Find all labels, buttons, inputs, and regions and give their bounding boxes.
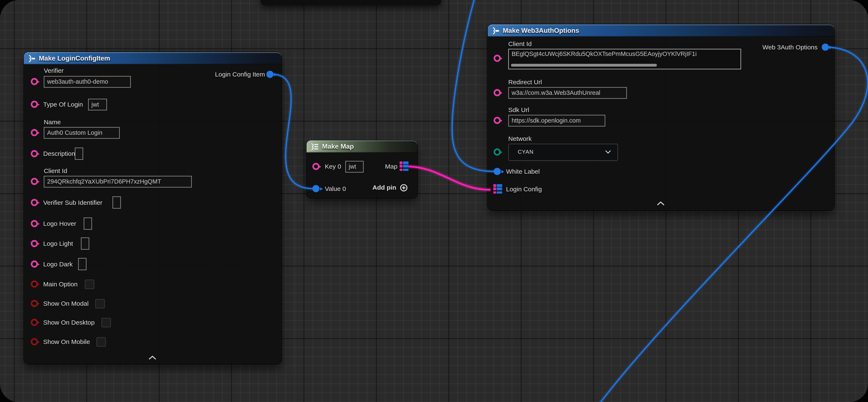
chevron-up-icon bbox=[149, 355, 156, 360]
pin-label: Name bbox=[44, 118, 61, 126]
node-header[interactable]: Make LoginConfigItem bbox=[24, 52, 281, 64]
client-id-text: BEglQSgt4cUWcj6SKRdu5QkOXTsePmMcusG5EAoy… bbox=[512, 51, 739, 57]
pin-label: Network bbox=[508, 135, 532, 143]
client-id-pin[interactable] bbox=[31, 178, 38, 185]
show-on-modal-pin[interactable] bbox=[31, 300, 38, 307]
show-on-desktop-pin[interactable] bbox=[31, 319, 38, 326]
output-pin-label: Web 3Auth Options bbox=[762, 43, 817, 52]
main-option-checkbox[interactable] bbox=[85, 280, 94, 289]
make-struct-icon bbox=[492, 27, 499, 34]
pin-label: Client Id bbox=[508, 40, 532, 48]
description-field[interactable] bbox=[75, 148, 83, 160]
description-pin[interactable] bbox=[31, 150, 38, 157]
key-0-field[interactable]: jwt bbox=[345, 161, 364, 172]
pin-label: Type Of Login bbox=[43, 100, 83, 109]
logo-hover-field[interactable] bbox=[84, 218, 92, 230]
pin-label: Show On Modal bbox=[43, 299, 89, 308]
web3auth-options-output-pin[interactable] bbox=[822, 44, 829, 51]
login-config-pin[interactable] bbox=[493, 184, 502, 194]
network-value: CYAN bbox=[518, 149, 534, 155]
show-on-desktop-checkbox[interactable] bbox=[101, 318, 111, 327]
collapse-node-button[interactable] bbox=[149, 352, 156, 362]
node-make-web3authoptions[interactable]: Make Web3AuthOptions Web 3Auth Options C… bbox=[488, 24, 834, 210]
pin-label: Show On Mobile bbox=[43, 338, 90, 346]
node-title: Make Map bbox=[322, 143, 354, 150]
client-id-pin[interactable] bbox=[494, 55, 501, 62]
name-field[interactable]: Auth0 Custom Login bbox=[44, 127, 120, 139]
logo-dark-field[interactable] bbox=[78, 258, 87, 270]
show-on-modal-checkbox[interactable] bbox=[95, 299, 105, 309]
show-on-mobile-pin[interactable] bbox=[31, 338, 38, 345]
collapse-node-button[interactable] bbox=[657, 198, 665, 208]
pin-label: Map bbox=[385, 163, 398, 171]
network-pin[interactable] bbox=[494, 148, 501, 155]
map-output-pin[interactable] bbox=[400, 162, 408, 171]
blueprint-graph-canvas[interactable]: Make LoginConfigItem Login Config Item V… bbox=[0, 0, 868, 402]
pin-label: Sdk Url bbox=[508, 106, 529, 114]
redirect-url-pin[interactable] bbox=[494, 89, 501, 96]
login-config-item-output-pin[interactable] bbox=[267, 70, 274, 78]
wire-map-to-login-config[interactable] bbox=[409, 167, 491, 190]
verifier-sub-identifier-pin[interactable] bbox=[31, 199, 38, 206]
pin-label: Logo Light bbox=[43, 240, 73, 248]
main-option-pin[interactable] bbox=[31, 281, 38, 288]
node-make-loginconfigitem[interactable]: Make LoginConfigItem Login Config Item V… bbox=[24, 52, 281, 364]
add-pin-button[interactable]: Add pin bbox=[372, 183, 396, 192]
node-header[interactable]: Make Map bbox=[307, 140, 417, 153]
pin-label: Verifier bbox=[44, 67, 63, 75]
client-id-scrollbar[interactable] bbox=[511, 64, 657, 66]
logo-hover-pin[interactable] bbox=[31, 220, 38, 227]
add-pin-icon[interactable] bbox=[400, 183, 408, 192]
client-id-field[interactable]: 294QRkchfq2YaXUbPri7D6PH7xzHgQMT bbox=[44, 176, 192, 187]
output-pin-label: Login Config Item bbox=[215, 70, 265, 79]
logo-dark-pin[interactable] bbox=[31, 260, 38, 268]
make-map-icon bbox=[310, 143, 319, 150]
pin-label: Logo Hover bbox=[43, 220, 76, 228]
pin-label: Description bbox=[43, 150, 75, 158]
offscreen-node-edge bbox=[260, 0, 441, 5]
node-title: Make LoginConfigItem bbox=[39, 54, 110, 62]
type-of-login-field[interactable]: jwt bbox=[88, 99, 107, 110]
pin-label: Login Config bbox=[506, 185, 542, 194]
network-dropdown[interactable]: CYAN bbox=[508, 144, 618, 161]
logo-light-pin[interactable] bbox=[31, 240, 38, 247]
node-make-map[interactable]: Make Map Key 0 jwt Map Value 0 Add pin bbox=[307, 140, 417, 198]
verifier-pin[interactable] bbox=[31, 78, 38, 85]
pin-label: Show On Desktop bbox=[43, 318, 95, 327]
client-id-field[interactable]: BEglQSgt4cUWcj6SKRdu5QkOXTsePmMcusG5EAoy… bbox=[508, 49, 741, 69]
pin-label: Value 0 bbox=[325, 185, 346, 193]
verifier-field[interactable]: web3auth-auth0-demo bbox=[44, 76, 131, 87]
node-title: Make Web3AuthOptions bbox=[503, 27, 579, 34]
sdk-url-field[interactable]: https://sdk.openlogin.com bbox=[508, 115, 606, 126]
logo-light-field[interactable] bbox=[81, 237, 89, 250]
sdk-url-pin[interactable] bbox=[494, 117, 501, 124]
make-struct-icon bbox=[28, 55, 35, 62]
pin-label: Redirect Url bbox=[508, 78, 542, 87]
verifier-sub-identifier-field[interactable] bbox=[113, 196, 121, 208]
type-of-login-pin[interactable] bbox=[31, 101, 38, 108]
pin-label: Main Option bbox=[43, 280, 78, 288]
pin-label: Verifier Sub Identifier bbox=[43, 199, 102, 207]
window: Make LoginConfigItem Login Config Item V… bbox=[0, 0, 868, 402]
chevron-down-icon bbox=[605, 150, 611, 154]
pin-label: Logo Dark bbox=[43, 260, 73, 268]
pin-label: Key 0 bbox=[325, 163, 341, 171]
node-header[interactable]: Make Web3AuthOptions bbox=[488, 24, 834, 36]
value-0-pin[interactable] bbox=[312, 185, 319, 192]
chevron-up-icon bbox=[657, 201, 665, 206]
name-pin[interactable] bbox=[31, 129, 38, 136]
wire-glow bbox=[409, 167, 491, 190]
pin-label: Client Id bbox=[44, 167, 67, 175]
key-0-pin[interactable] bbox=[312, 163, 319, 170]
pin-label: White Label bbox=[506, 168, 540, 176]
redirect-url-field[interactable]: w3a://com.w3a.Web3AuthUnreal bbox=[508, 87, 627, 98]
show-on-mobile-checkbox[interactable] bbox=[96, 337, 106, 347]
white-label-pin[interactable] bbox=[494, 168, 501, 175]
